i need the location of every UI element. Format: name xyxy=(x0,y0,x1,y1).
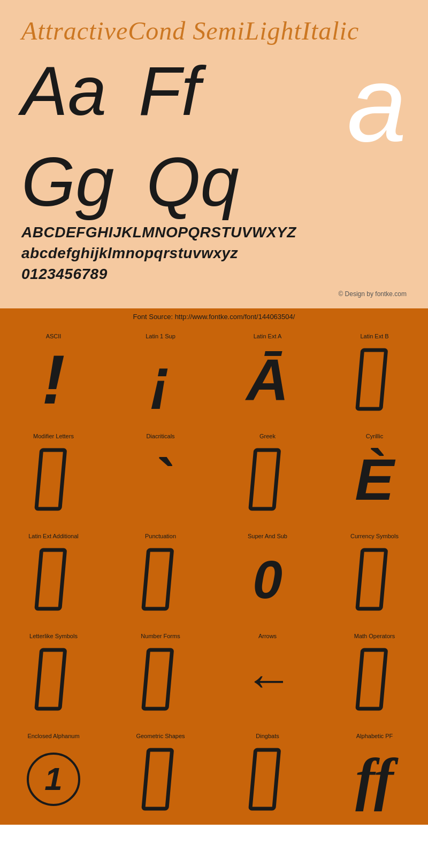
label-arrows: Arrows xyxy=(258,633,277,639)
grid-cell-numberforms: Number Forms xyxy=(107,625,214,725)
glyph-numberforms xyxy=(139,645,182,714)
label-letterlike: Letterlike Symbols xyxy=(29,633,78,639)
glyph-row-1: Aa Ff a xyxy=(21,56,407,152)
glyph-modletters xyxy=(32,445,75,514)
grid-cell-modletters: Modifier Letters xyxy=(0,425,107,525)
grid-cell-punctuation: Punctuation xyxy=(107,525,214,625)
label-latinextb: Latin Ext B xyxy=(360,333,388,339)
glyph-latinextadd xyxy=(32,545,75,614)
grid-cell-cyrillic: Cyrillic È xyxy=(321,425,428,525)
glyph-gg: Gg xyxy=(21,147,114,216)
grid-cell-letterlike: Letterlike Symbols xyxy=(0,625,107,725)
svg-rect-4 xyxy=(143,550,172,609)
glyph-a-white: a xyxy=(347,56,407,152)
grid-cell-enclosedalpha: Enclosed Alphanum 1 xyxy=(0,725,107,825)
glyph-cyrillic: È xyxy=(355,445,394,514)
glyph-arrows: ← xyxy=(243,645,292,714)
glyph-ascii: ! xyxy=(42,345,65,414)
copyright: © Design by fontke.com xyxy=(21,290,407,298)
digits: 0123456789 xyxy=(21,264,407,284)
grid-cell-superandsub: Super And Sub 0 xyxy=(214,525,321,625)
svg-rect-2 xyxy=(250,450,279,509)
grid-cell-latin1sup: Latin 1 Sup ¡ xyxy=(107,325,214,425)
glyph-latin1sup: ¡ xyxy=(151,345,171,414)
glyph-grid: ASCII ! Latin 1 Sup ¡ Latin Ext A Ā Lati… xyxy=(0,325,428,825)
svg-rect-8 xyxy=(357,650,386,709)
grid-cell-geoshapes: Geometric Shapes xyxy=(107,725,214,825)
font-title: AttractiveCond SemiLightItalic xyxy=(21,16,407,45)
grid-cell-latinextb: Latin Ext B xyxy=(321,325,428,425)
glyph-superandsub: 0 xyxy=(253,545,282,614)
label-mathops: Math Operators xyxy=(354,633,395,639)
grid-cell-latinextadd: Latin Ext Additional xyxy=(0,525,107,625)
glyph-enclosedalpha: 1 xyxy=(27,745,80,814)
label-ascii: ASCII xyxy=(46,333,62,339)
label-alphabeticpf: Alphabetic PF xyxy=(356,733,393,739)
label-modletters: Modifier Letters xyxy=(33,433,74,439)
font-source: Font Source: http://www.fontke.com/font/… xyxy=(0,308,428,325)
circled-one: 1 xyxy=(27,753,80,806)
glyph-mathops xyxy=(353,645,396,714)
bottom-section: Font Source: http://www.fontke.com/font/… xyxy=(0,308,428,825)
label-punctuation: Punctuation xyxy=(145,533,176,539)
glyph-latinexta: Ā xyxy=(246,345,288,414)
label-numberforms: Number Forms xyxy=(141,633,180,639)
svg-rect-9 xyxy=(143,750,172,809)
glyph-geoshapes xyxy=(139,745,182,814)
grid-cell-dingbats: Dingbats xyxy=(214,725,321,825)
grid-cell-alphabeticpf: Alphabetic PF ff xyxy=(321,725,428,825)
glyph-currency xyxy=(353,545,396,614)
glyph-dingbats xyxy=(246,745,289,814)
label-latinexta: Latin Ext A xyxy=(254,333,282,339)
label-latin1sup: Latin 1 Sup xyxy=(146,333,175,339)
svg-rect-5 xyxy=(357,550,386,609)
glyph-letterlike xyxy=(32,645,75,714)
label-enclosedalpha: Enclosed Alphanum xyxy=(27,733,79,739)
grid-cell-ascii: ASCII ! xyxy=(0,325,107,425)
glyph-aa: Aa xyxy=(21,56,106,126)
grid-cell-diacriticals: Diacriticals ` xyxy=(107,425,214,525)
glyph-greek xyxy=(246,445,289,514)
glyph-ff: Ff xyxy=(139,56,201,126)
label-superandsub: Super And Sub xyxy=(248,533,287,539)
svg-rect-3 xyxy=(36,550,65,609)
glyph-qq: Qq xyxy=(146,147,239,216)
grid-cell-latinexta: Latin Ext A Ā xyxy=(214,325,321,425)
top-section: AttractiveCond SemiLightItalic Aa Ff a G… xyxy=(0,0,428,308)
svg-rect-10 xyxy=(250,750,279,809)
label-dingbats: Dingbats xyxy=(256,733,279,739)
grid-cell-currency: Currency Symbols xyxy=(321,525,428,625)
glyph-punctuation xyxy=(139,545,182,614)
svg-rect-0 xyxy=(357,350,386,409)
label-cyrillic: Cyrillic xyxy=(366,433,383,439)
label-latinextadd: Latin Ext Additional xyxy=(28,533,79,539)
svg-rect-1 xyxy=(36,450,65,509)
label-diacriticals: Diacriticals xyxy=(146,433,174,439)
grid-cell-mathops: Math Operators xyxy=(321,625,428,725)
glyph-diacriticals: ` xyxy=(151,445,171,514)
label-geoshapes: Geometric Shapes xyxy=(136,733,185,739)
svg-rect-6 xyxy=(36,650,65,709)
alphabet-section: ABCDEFGHIJKLMNOPQRSTUVWXYZ abcdefghijklm… xyxy=(21,222,407,285)
lowercase-alphabet: abcdefghijklmnopqrstuvwxyz xyxy=(21,243,407,264)
glyph-latinextb xyxy=(353,345,396,414)
uppercase-alphabet: ABCDEFGHIJKLMNOPQRSTUVWXYZ xyxy=(21,222,407,243)
glyph-alphabeticpf: ff xyxy=(355,745,393,814)
grid-cell-greek: Greek xyxy=(214,425,321,525)
label-greek: Greek xyxy=(259,433,276,439)
label-currency: Currency Symbols xyxy=(350,533,399,539)
svg-rect-7 xyxy=(143,650,172,709)
grid-cell-arrows: Arrows ← xyxy=(214,625,321,725)
